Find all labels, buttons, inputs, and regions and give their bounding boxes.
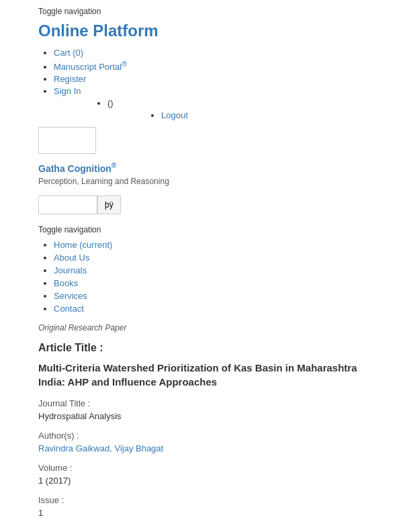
journal-title-label: Journal Title : bbox=[38, 398, 373, 408]
search-button[interactable]: þÿ bbox=[97, 195, 121, 214]
volume-value: 1 (2017) bbox=[38, 476, 373, 486]
main-nav: Home (current) About Us Journals Books S… bbox=[0, 240, 411, 314]
content-area: Original Research Paper Article Title : … bbox=[0, 316, 411, 532]
logo-box bbox=[38, 127, 96, 154]
toggle-nav-middle: Toggle navigation bbox=[0, 222, 411, 237]
main-nav-item-home: Home (current) bbox=[54, 240, 411, 250]
article-type: Original Research Paper bbox=[38, 323, 373, 332]
brand-name: Gatha Cognition® bbox=[0, 161, 411, 175]
about-link[interactable]: About Us bbox=[54, 253, 89, 263]
authors-value[interactable]: Ravindra Gaikwad, Vijay Bhagat bbox=[38, 443, 373, 453]
journals-link[interactable]: Journals bbox=[54, 265, 87, 275]
cart-link[interactable]: Cart (0) bbox=[54, 48, 83, 58]
nav-item-manuscript: Manuscript Portal® bbox=[54, 60, 411, 72]
site-title[interactable]: Online Platform bbox=[0, 19, 411, 46]
toggle-nav-middle-label: Toggle navigation bbox=[38, 225, 101, 234]
home-link[interactable]: Home (current) bbox=[54, 240, 112, 250]
authors-label: Author(s) : bbox=[38, 431, 373, 441]
contact-link[interactable]: Contact bbox=[54, 304, 84, 314]
toggle-nav-top: Toggle navigation bbox=[0, 0, 411, 19]
main-nav-item-journals: Journals bbox=[54, 265, 411, 275]
nav-nested-item: () Logout bbox=[107, 98, 411, 120]
search-bar: þÿ bbox=[0, 191, 411, 218]
nav-logout-item: Logout bbox=[161, 110, 411, 120]
article-title-label: Article Title : bbox=[38, 342, 373, 354]
toggle-nav-top-label: Toggle navigation bbox=[38, 7, 101, 16]
signin-link[interactable]: Sign In bbox=[54, 86, 81, 96]
journal-title-value: Hydrospatial Analysis bbox=[38, 411, 373, 421]
nav-item-signin: Sign In () Logout bbox=[54, 86, 411, 120]
issue-label: Issue : bbox=[38, 495, 373, 505]
logout-link[interactable]: Logout bbox=[161, 110, 188, 120]
nav-item-cart: Cart (0) bbox=[54, 48, 411, 58]
tagline: Perception, Learning and Reasoning bbox=[0, 175, 411, 191]
manuscript-link[interactable]: Manuscript Portal® bbox=[54, 62, 127, 72]
register-link[interactable]: Register bbox=[54, 74, 86, 84]
main-nav-item-books: Books bbox=[54, 278, 411, 288]
issue-value: 1 bbox=[38, 508, 373, 518]
main-nav-item-about: About Us bbox=[54, 253, 411, 263]
search-input[interactable] bbox=[38, 195, 97, 214]
nav-item-register: Register bbox=[54, 74, 411, 84]
books-link[interactable]: Books bbox=[54, 278, 78, 288]
top-nav: Cart (0) Manuscript Portal® Register Sig… bbox=[0, 48, 411, 120]
main-nav-item-contact: Contact bbox=[54, 304, 411, 314]
services-link[interactable]: Services bbox=[54, 291, 87, 301]
volume-label: Volume : bbox=[38, 463, 373, 473]
article-title-value: Multi-Criteria Watershed Prioritization … bbox=[38, 361, 373, 389]
main-nav-item-services: Services bbox=[54, 291, 411, 301]
